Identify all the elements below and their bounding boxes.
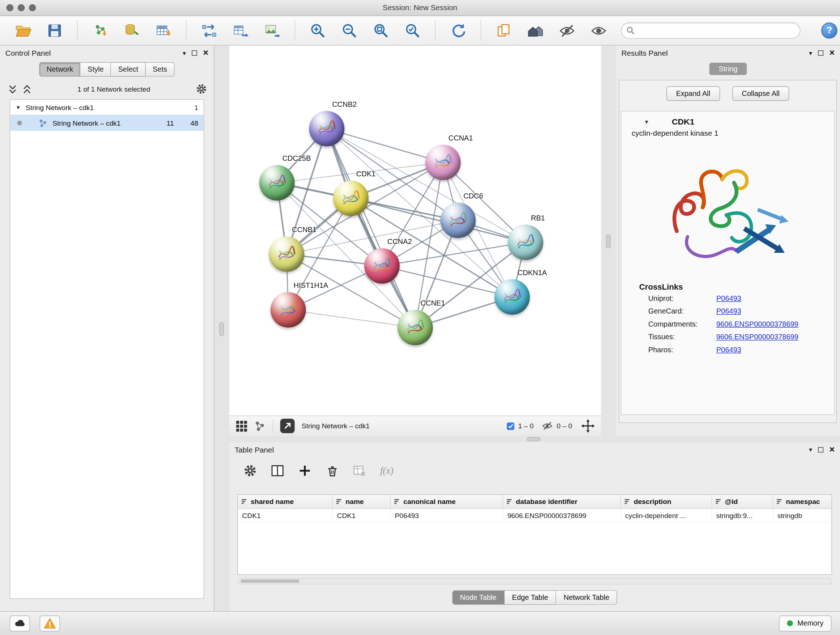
hide-selected-button[interactable] <box>558 21 576 40</box>
show-graphics-details-button[interactable] <box>589 21 607 40</box>
new-network-from-selection-button[interactable] <box>200 21 218 40</box>
panel-menu-chevron-icon[interactable]: ▾ <box>183 49 186 57</box>
tab-network-table[interactable]: Network Table <box>556 590 617 605</box>
network-node-ccne1[interactable] <box>398 310 433 345</box>
save-session-button[interactable] <box>46 21 64 40</box>
expand-all-networks-icon[interactable] <box>8 84 18 94</box>
import-table-file-button[interactable] <box>154 21 172 40</box>
tab-edge-table[interactable]: Edge Table <box>505 590 556 605</box>
network-node-ccna2[interactable] <box>364 249 400 284</box>
function-builder-button[interactable]: f(x) <box>378 462 396 480</box>
network-node-ccnb2[interactable] <box>309 111 344 147</box>
export-network-button[interactable] <box>232 21 249 40</box>
hidden-eye-slash-icon[interactable] <box>542 420 553 432</box>
network-edge[interactable] <box>288 310 415 328</box>
zoom-fit-button[interactable] <box>372 21 390 40</box>
crosslink-link[interactable]: 9606.ENSP00000378699 <box>716 333 798 341</box>
float-panel-icon[interactable] <box>818 447 823 452</box>
copy-document-icon <box>496 22 512 38</box>
column-header-database-identifier[interactable]: database identifier <box>503 495 621 508</box>
selected-checkbox-icon[interactable] <box>507 422 515 430</box>
network-node-cdk1[interactable] <box>333 181 369 216</box>
tab-network[interactable]: Network <box>39 62 81 77</box>
memory-button[interactable]: Memory <box>779 615 832 631</box>
network-edge[interactable] <box>382 266 512 297</box>
first-neighbors-button[interactable] <box>526 21 544 40</box>
tab-node-table[interactable]: Node Table <box>452 590 504 605</box>
network-edge[interactable] <box>327 128 443 162</box>
tab-style[interactable]: Style <box>81 62 111 77</box>
create-column-button[interactable] <box>295 462 314 480</box>
collapse-all-networks-icon[interactable] <box>22 84 32 94</box>
network-collection-row[interactable]: ▼ String Network – cdk1 1 <box>10 100 204 114</box>
zoom-selected-button[interactable] <box>403 21 422 40</box>
crosslink-link[interactable]: 9606.ENSP00000378699 <box>716 320 798 328</box>
close-panel-icon[interactable]: × <box>829 50 835 55</box>
table-cell: 9606.ENSP00000378699 <box>503 509 621 522</box>
expander-triangle-icon[interactable]: ▼ <box>16 104 21 110</box>
string-share-icon[interactable] <box>254 420 265 432</box>
zoom-out-button[interactable] <box>340 21 358 40</box>
network-selected-status: 1 of 1 Network selected <box>32 85 196 93</box>
right-splitter[interactable] <box>601 46 616 436</box>
close-panel-icon[interactable]: × <box>203 50 208 55</box>
horizontal-splitter[interactable] <box>229 436 840 442</box>
close-panel-icon[interactable]: × <box>829 447 835 452</box>
open-session-button[interactable] <box>14 21 32 40</box>
column-header--id[interactable]: @id <box>712 495 773 508</box>
column-header-description[interactable]: description <box>621 495 712 508</box>
show-columns-button[interactable] <box>268 462 286 480</box>
crosslink-link[interactable]: P06493 <box>716 346 741 354</box>
export-view-button[interactable] <box>280 419 295 433</box>
birds-eye-view-icon[interactable] <box>236 420 248 432</box>
collapse-all-button[interactable]: Collapse All <box>732 86 789 101</box>
import-network-file-button[interactable] <box>91 21 109 40</box>
protein-structure-image <box>655 145 801 278</box>
import-network-database-button[interactable] <box>123 21 141 40</box>
search-input[interactable] <box>621 22 800 38</box>
scrollbar-thumb[interactable] <box>240 580 300 583</box>
float-panel-icon[interactable] <box>818 50 823 55</box>
cloud-status-button[interactable] <box>10 615 30 631</box>
horizontal-scrollbar[interactable] <box>237 578 832 584</box>
tab-string[interactable]: String <box>709 63 747 75</box>
network-node-ccna1[interactable] <box>425 145 461 180</box>
expand-all-button[interactable]: Expand All <box>666 86 720 101</box>
table-row[interactable]: CDK1CDK1P064939606.ENSP00000378699cyclin… <box>238 509 832 523</box>
network-node-hist1h1a[interactable] <box>271 292 306 328</box>
clone-network-button[interactable] <box>494 21 513 40</box>
network-edge[interactable] <box>382 242 526 266</box>
gear-icon[interactable] <box>196 83 208 95</box>
panel-menu-chevron-icon[interactable]: ▾ <box>809 446 812 453</box>
crosslink-link[interactable]: P06493 <box>716 307 741 315</box>
network-view-canvas[interactable]: CCNB2CCNA1CDC25BCDK1CDC6RB1CCNB1CCNA2CDK… <box>229 46 601 416</box>
network-edge[interactable] <box>327 128 415 327</box>
network-node-cdkn1a[interactable] <box>494 279 530 315</box>
column-header-shared-name[interactable]: shared name <box>238 495 333 508</box>
pan-crosshair-icon[interactable] <box>581 419 595 432</box>
warnings-button[interactable] <box>40 615 60 631</box>
network-node-cdc6[interactable] <box>440 203 476 238</box>
network-row-selected[interactable]: String Network – cdk1 11 48 <box>10 115 204 131</box>
network-node-cdc25b[interactable] <box>259 165 295 201</box>
crosslink-link[interactable]: P06493 <box>716 295 741 302</box>
panel-menu-chevron-icon[interactable]: ▾ <box>809 49 812 57</box>
expander-triangle-icon[interactable]: ▼ <box>644 119 649 125</box>
network-node-rb1[interactable] <box>508 225 543 260</box>
network-edge[interactable] <box>351 198 526 242</box>
table-settings-button[interactable] <box>241 462 259 480</box>
help-button[interactable]: ? <box>821 22 837 38</box>
zoom-in-button[interactable] <box>309 21 327 40</box>
float-panel-icon[interactable] <box>192 50 197 55</box>
column-header-name[interactable]: name <box>333 495 391 508</box>
delete-column-button[interactable] <box>323 462 341 480</box>
left-splitter[interactable] <box>214 46 229 611</box>
column-header-canonical-name[interactable]: canonical name <box>391 495 503 508</box>
refresh-button[interactable] <box>449 21 467 40</box>
tab-select[interactable]: Select <box>111 62 146 77</box>
column-header-namespac[interactable]: namespac <box>773 495 832 508</box>
tab-sets[interactable]: Sets <box>146 62 175 77</box>
network-node-ccnb1[interactable] <box>269 236 304 272</box>
sphere-gloss <box>309 111 344 147</box>
export-image-button[interactable] <box>263 21 281 40</box>
